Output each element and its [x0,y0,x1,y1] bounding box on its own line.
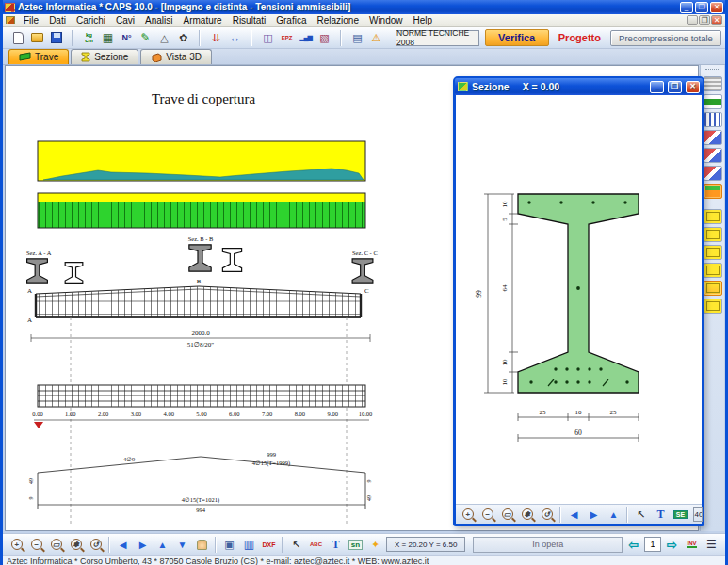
pan-hand-button[interactable] [193,536,211,554]
pan-left-button[interactable]: ◀ [114,536,132,554]
abc-labels-button[interactable]: ABC [307,536,325,554]
zoom-extents-button[interactable]: ✽ [67,536,85,554]
sezione-maximize-button[interactable]: ❐ [668,81,682,93]
results-graph-button[interactable]: ▂▄▆ [297,29,315,47]
close-button[interactable]: ✕ [710,2,723,13]
menu-window[interactable]: Window [364,15,408,25]
sez-prev-section-button[interactable]: ◀ [565,506,583,524]
pan-down-button[interactable]: ▼ [173,536,191,554]
toolbar-drag-handle[interactable] [705,69,720,72]
report-button[interactable]: ▤ [348,29,366,47]
materials-button[interactable]: ▦ [99,29,117,47]
precompressione-button[interactable]: Precompressione totale [610,30,721,46]
menu-help[interactable]: Help [409,15,438,25]
zoom-out-button[interactable]: − [27,536,45,554]
pan-up-button[interactable]: ▲ [154,536,171,554]
zoom-window-button[interactable]: ▭ [47,536,65,554]
stress-diagram-button-2[interactable] [704,148,722,163]
pointer-button[interactable]: ↖ [287,536,305,554]
text-button[interactable]: T [327,536,345,554]
tab-vista3d[interactable]: Vista 3D [140,49,212,64]
stress-diagram-button-3[interactable] [704,166,722,181]
vista3d-icon [151,52,162,62]
new-button[interactable] [9,29,27,47]
highlight-icon: ✦ [371,539,380,551]
section-tool-button-2[interactable] [704,227,722,242]
options-button[interactable]: ✿ [174,29,192,47]
save-button[interactable] [47,29,65,47]
diagram-blue-bars-button[interactable] [704,112,722,127]
norme-tecniche-box[interactable]: NORME TECNICHE 2008 [396,30,479,46]
print-preview-button[interactable]: ▣ [220,536,238,554]
prev-page-button[interactable]: ⇦ [624,536,642,554]
sezione-titlebar[interactable]: Sezione X = 0.00 _ ❐ ✕ [455,78,703,95]
menu-analisi[interactable]: Analisi [140,15,177,25]
geometry-button[interactable]: △ [155,29,173,47]
highlight-button[interactable]: ✦ [366,536,384,554]
tab-sezione-label: Sezione [94,52,128,62]
menu-file[interactable]: File [19,15,43,25]
dxf-export-button[interactable]: DXF [260,536,278,554]
warnings-button[interactable]: ⚠ [367,29,385,47]
stress-curve-button[interactable]: ▧ [315,29,333,47]
sez-zoom-extents-button[interactable]: ✽ [518,506,536,524]
sez-next-section-button[interactable]: ▶ [585,506,603,524]
maximize-button[interactable]: ❐ [695,2,708,13]
sez-zoom-out-button[interactable]: − [478,506,496,524]
zoom-dynamic-button[interactable]: ↺ [87,536,105,554]
menu-cavi[interactable]: Cavi [111,15,139,25]
section-tool-button-active[interactable] [704,281,722,296]
sez-zoom-in-button[interactable]: + [459,506,477,524]
sez-se-button[interactable]: SE [671,506,689,524]
toolbar-drag-handle-2[interactable] [705,202,720,204]
mdi-restore-button[interactable]: ❐ [699,15,710,25]
menu-armature[interactable]: Armature [179,15,227,25]
inv-button[interactable]: INV [683,536,701,554]
edit-button[interactable]: ✎ [137,29,154,47]
menu-relazione[interactable]: Relazione [312,15,363,25]
ruler-tick: 6.00 [229,411,239,417]
menu-grafica[interactable]: Grafica [271,15,311,25]
sezione-canvas[interactable]: 99 10 5 64 10 10 [456,95,702,504]
sez-goto-button[interactable]: ▲ [605,506,623,524]
diagram-green-bar-button[interactable] [704,94,722,109]
epz-button[interactable]: EPZ [278,29,296,47]
open-button[interactable] [28,29,46,47]
analysis-button[interactable]: ◫ [259,29,277,47]
pan-right-button[interactable]: ▶ [134,536,152,554]
zoom-dynamic-icon: ↺ [542,508,553,520]
sezione-close-button[interactable]: ✕ [686,81,700,93]
sez-pointer-button[interactable]: ↖ [632,506,650,524]
page-number-box[interactable]: 1 [644,537,661,552]
menu-carichi[interactable]: Carichi [72,15,110,25]
sezione-minimize-button[interactable]: _ [650,81,664,93]
diagram-grey-bars-button[interactable] [704,76,722,91]
progetto-button[interactable]: Progetto [558,32,601,43]
menu-risultati[interactable]: Risultati [228,15,271,25]
section-tool-button-3[interactable] [704,245,722,260]
zoom-in-button[interactable]: + [8,536,25,554]
codes-button[interactable]: N° [118,29,136,47]
stress-diagram-button-1[interactable] [704,130,722,145]
menu-dati[interactable]: Dati [44,15,71,25]
next-page-button[interactable]: ⇨ [663,536,681,554]
minimize-button[interactable]: _ [680,2,693,13]
verifica-button[interactable]: Verifica [485,29,549,46]
sez-zoom-dynamic-button[interactable]: ↺ [538,506,556,524]
section-tool-button-6[interactable] [704,299,722,314]
sez-text-button[interactable]: T [652,506,670,524]
dimensions-button[interactable]: ↔ [226,29,244,47]
sez-zoom-window-button[interactable]: ▭ [498,506,516,524]
tab-trave[interactable]: Trave [8,49,69,64]
sn-button[interactable]: sn [347,536,364,554]
section-tool-button-4[interactable] [704,263,722,278]
active-diagram-button[interactable] [704,184,722,199]
export-button[interactable]: ▥ [240,536,258,554]
units-button[interactable]: kg cm [80,29,98,47]
layers-menu-button[interactable]: ☰ [703,536,720,554]
loads-button[interactable]: ⇊ [207,29,225,47]
tab-sezione[interactable]: Sezione [71,49,138,64]
mdi-minimize-button[interactable]: _ [687,15,698,25]
mdi-close-button[interactable]: ✕ [711,15,722,25]
section-tool-button-1[interactable] [704,209,722,224]
